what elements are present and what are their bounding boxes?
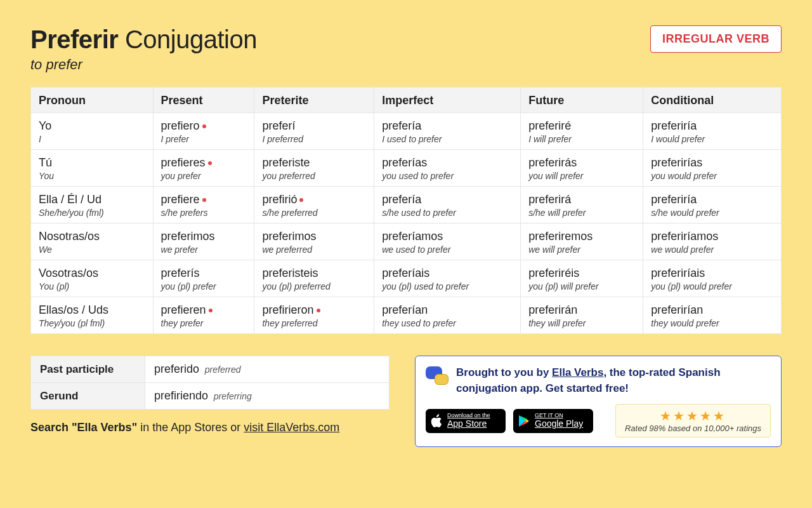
cell-imperfect: preferíasyou used to prefer	[374, 150, 521, 187]
star-icons: ★★★★★	[625, 408, 761, 424]
apple-icon	[431, 414, 443, 428]
cell-future: preferiréI will prefer	[521, 113, 643, 150]
cell-imperfect: preferíaI used to prefer	[374, 113, 521, 150]
table-row: Nosotras/osWepreferimoswe preferpreferim…	[31, 224, 782, 260]
past-participle-label: Past participle	[31, 356, 145, 383]
cell-conditional: preferiríamoswe would prefer	[643, 224, 782, 260]
cell-future: preferirásyou will prefer	[521, 150, 643, 187]
column-header: Present	[153, 88, 254, 113]
table-row: Ellas/os / UdsThey/you (pl fml)prefieren…	[31, 297, 782, 334]
rating-text: Rated 98% based on 10,000+ ratings	[625, 424, 761, 433]
cell-present: prefierenthey prefer	[153, 297, 254, 334]
promo-box: Brought to you by Ella Verbs, the top-ra…	[415, 356, 782, 447]
cell-preterite: preferisteyou preferred	[254, 150, 374, 187]
past-participle-value: preferido	[154, 363, 199, 375]
page-title: Preferir Conjugation	[30, 25, 257, 54]
cell-present: prefieres/he prefers	[153, 187, 254, 224]
cell-imperfect: preferíaisyou (pl) used to prefer	[374, 260, 521, 297]
search-line: Search "Ella Verbs" in the App Stores or…	[30, 421, 390, 434]
visit-link[interactable]: visit EllaVerbs.com	[244, 421, 339, 434]
cell-imperfect: preferías/he used to prefer	[374, 187, 521, 224]
app-icon	[426, 365, 449, 388]
search-middle: in the App Stores or	[137, 421, 244, 434]
cell-pronoun: YoI	[31, 113, 154, 150]
irregular-dot-icon	[209, 309, 213, 312]
irregular-dot-icon	[208, 161, 212, 165]
table-row: Vosotras/osYou (pl)preferísyou (pl) pref…	[31, 260, 782, 297]
cell-pronoun: Ellas/os / UdsThey/you (pl fml)	[31, 297, 154, 334]
cell-conditional: preferiríaI would prefer	[643, 113, 782, 150]
past-participle-trans: preferred	[205, 364, 241, 375]
table-row: Ella / Él / UdShe/he/you (fml)prefieres/…	[31, 187, 782, 224]
column-header: Conditional	[643, 88, 782, 113]
column-header: Imperfect	[374, 88, 521, 113]
cell-preterite: preferimoswe preferred	[254, 224, 374, 260]
cell-pronoun: Vosotras/osYou (pl)	[31, 260, 154, 297]
gerund-value: prefiriendo	[154, 389, 208, 402]
gerund-trans: preferring	[214, 391, 252, 401]
table-row: Gerund prefiriendo preferring	[31, 383, 390, 410]
play-icon	[518, 415, 531, 427]
cell-present: prefieresyou prefer	[153, 150, 254, 187]
cell-preterite: preferisteisyou (pl) preferred	[254, 260, 374, 297]
irregular-dot-icon	[202, 198, 206, 202]
title-verb: Preferir	[30, 25, 118, 53]
cell-conditional: preferiríanthey would prefer	[643, 297, 782, 334]
google-play-button[interactable]: GET IT ONGoogle Play	[513, 409, 593, 433]
cell-imperfect: preferíamoswe used to prefer	[374, 224, 521, 260]
search-prefix: Search "Ella Verbs"	[30, 421, 137, 434]
cell-imperfect: preferíanthey used to prefer	[374, 297, 521, 334]
irregular-dot-icon	[299, 198, 303, 202]
irregular-badge: IRREGULAR VERB	[650, 25, 782, 53]
cell-present: prefieroI prefer	[153, 113, 254, 150]
cell-pronoun: TúYou	[31, 150, 154, 187]
title-rest: Conjugation	[125, 25, 257, 53]
forms-table: Past participle preferido preferred Geru…	[30, 356, 390, 410]
cell-preterite: prefiriós/he preferred	[254, 187, 374, 224]
cell-present: preferimoswe prefer	[153, 224, 254, 260]
table-row: TúYouprefieresyou preferpreferisteyou pr…	[31, 150, 782, 187]
column-header: Future	[521, 88, 643, 113]
cell-preterite: preferíI preferred	[254, 113, 374, 150]
cell-conditional: preferiríaisyou (pl) would prefer	[643, 260, 782, 297]
table-row: YoIprefieroI preferpreferíI preferredpre…	[31, 113, 782, 150]
irregular-dot-icon	[202, 124, 206, 128]
cell-preterite: prefirieronthey preferred	[254, 297, 374, 334]
rating-box: ★★★★★ Rated 98% based on 10,000+ ratings	[615, 404, 771, 438]
cell-pronoun: Nosotras/osWe	[31, 224, 154, 260]
cell-future: preferiremoswe will prefer	[521, 224, 643, 260]
cell-future: preferiréisyou (pl) will prefer	[521, 260, 643, 297]
conjugation-table: PronounPresentPreteriteImperfectFutureCo…	[30, 87, 782, 334]
gerund-label: Gerund	[31, 383, 145, 410]
cell-conditional: preferiríasyou would prefer	[643, 150, 782, 187]
column-header: Preterite	[254, 88, 374, 113]
irregular-dot-icon	[317, 309, 320, 312]
subtitle: to prefer	[30, 57, 257, 73]
column-header: Pronoun	[31, 88, 154, 113]
app-store-button[interactable]: Download on theApp Store	[426, 409, 506, 433]
cell-pronoun: Ella / Él / UdShe/he/you (fml)	[31, 187, 154, 224]
cell-future: preferiránthey will prefer	[521, 297, 643, 334]
brand-link[interactable]: Ella Verbs	[552, 366, 603, 378]
cell-present: preferísyou (pl) prefer	[153, 260, 254, 297]
table-row: Past participle preferido preferred	[31, 356, 390, 383]
promo-text: Brought to you by Ella Verbs, the top-ra…	[456, 365, 771, 396]
cell-conditional: preferirías/he would prefer	[643, 187, 782, 224]
cell-future: preferirás/he will prefer	[521, 187, 643, 224]
